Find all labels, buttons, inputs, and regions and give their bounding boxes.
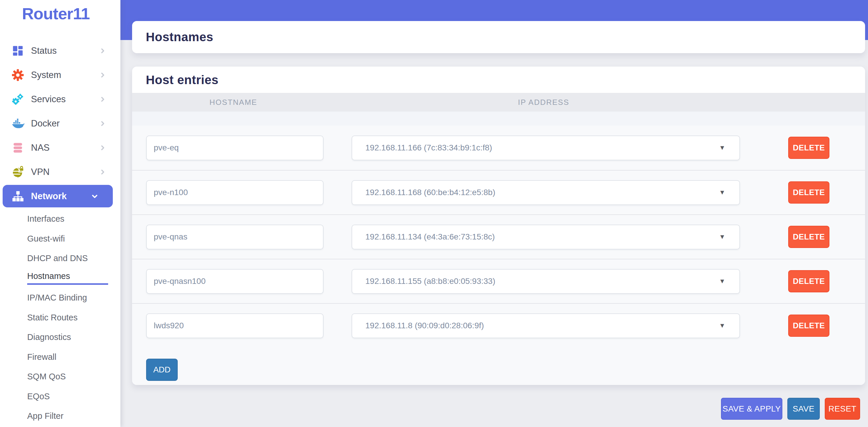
hostname-input[interactable]	[146, 180, 323, 205]
table-row: 192.168.11.168 (60:be:b4:12:e5:8b) ▼ DEL…	[132, 170, 865, 215]
sidebar-item-label: Network	[31, 191, 67, 201]
main-content: Hostnames Host entries HOSTNAME IP ADDRE…	[120, 0, 868, 427]
delete-button[interactable]: DELETE	[788, 315, 830, 337]
chevron-right-icon	[99, 120, 106, 127]
column-header-hostname: HOSTNAME	[132, 98, 335, 107]
sub-item-label: Static Routes	[27, 313, 78, 323]
sidebar-item-eqos[interactable]: EQoS	[0, 387, 120, 406]
save-button[interactable]: SAVE	[787, 398, 820, 420]
sidebar-item-app-filter[interactable]: App Filter	[0, 406, 120, 426]
gears-icon	[11, 93, 25, 106]
ip-select-value: 192.168.11.168 (60:be:b4:12:e5:8b)	[352, 188, 495, 197]
chevron-right-icon	[99, 47, 106, 54]
page-title: Hostnames	[132, 30, 213, 44]
ip-address-select[interactable]: 192.168.11.134 (e4:3a:6e:73:15:8c) ▼	[351, 225, 740, 250]
globe-lock-icon	[11, 165, 25, 179]
sidebar-item-system[interactable]: System	[0, 63, 120, 87]
sidebar-item-label: NAS	[31, 142, 50, 153]
sidebar-item-status[interactable]: Status	[0, 38, 120, 63]
chevron-right-icon	[99, 169, 106, 175]
delete-button[interactable]: DELETE	[788, 270, 830, 292]
database-icon	[11, 141, 25, 155]
delete-button[interactable]: DELETE	[788, 137, 830, 159]
dashboard-icon	[11, 44, 25, 58]
dropdown-arrow-icon: ▼	[719, 189, 725, 196]
sidebar-item-static-routes[interactable]: Static Routes	[0, 308, 120, 328]
sub-item-label: Hostnames	[27, 271, 108, 285]
ip-address-select[interactable]: 192.168.11.166 (7c:83:34:b9:1c:f8) ▼	[351, 135, 740, 160]
sidebar-item-network[interactable]: Network	[3, 185, 113, 207]
table-row: 192.168.11.155 (a8:b8:e0:05:93:33) ▼ DEL…	[132, 259, 865, 303]
add-button[interactable]: ADD	[146, 359, 178, 381]
host-entries-card: Host entries HOSTNAME IP ADDRESS 192.168…	[132, 67, 865, 385]
delete-button[interactable]: DELETE	[788, 226, 830, 248]
dropdown-arrow-icon: ▼	[719, 144, 725, 152]
sidebar-item-label: System	[31, 70, 61, 80]
ip-address-select[interactable]: 192.168.11.8 (90:09:d0:28:06:9f) ▼	[351, 314, 740, 338]
footer-actions: SAVE & APPLY SAVE RESET	[721, 398, 860, 420]
sub-item-label: DHCP and DNS	[27, 254, 88, 263]
sidebar-item-dhcp-and-dns[interactable]: DHCP and DNS	[0, 249, 120, 268]
sidebar-item-nas[interactable]: NAS	[0, 135, 120, 160]
page-header-card: Hostnames	[132, 21, 865, 53]
save-and-apply-button[interactable]: SAVE & APPLY	[721, 398, 782, 420]
sub-item-label: EQoS	[27, 392, 50, 401]
sidebar-item-label: Services	[31, 94, 66, 104]
table-body: 192.168.11.166 (7c:83:34:b9:1c:f8) ▼ DEL…	[132, 126, 865, 385]
table-row: 192.168.11.8 (90:09:d0:28:06:9f) ▼ DELET…	[132, 303, 865, 348]
hostname-input[interactable]	[146, 135, 323, 160]
table-row: 192.168.11.134 (e4:3a:6e:73:15:8c) ▼ DEL…	[132, 215, 865, 259]
app-logo: Router11	[0, 0, 120, 35]
hostname-input[interactable]	[146, 314, 323, 338]
section-title: Host entries	[132, 67, 865, 93]
table-row: 192.168.11.166 (7c:83:34:b9:1c:f8) ▼ DEL…	[132, 126, 865, 170]
sub-item-label: Guest-wifi	[27, 234, 65, 243]
delete-button[interactable]: DELETE	[788, 182, 830, 204]
sub-item-label: Diagnostics	[27, 332, 71, 342]
main-nav: Status	[0, 38, 120, 208]
chevron-right-icon	[99, 72, 106, 78]
ip-select-value: 192.168.11.166 (7c:83:34:b9:1c:f8)	[352, 143, 492, 153]
ip-select-value: 192.168.11.134 (e4:3a:6e:73:15:8c)	[352, 232, 495, 241]
gear-icon	[11, 68, 25, 82]
add-row: ADD	[132, 348, 865, 385]
ip-select-value: 192.168.11.8 (90:09:d0:28:06:9f)	[352, 321, 484, 330]
table-spacer-row	[132, 111, 865, 126]
docker-whale-icon	[11, 117, 25, 130]
sidebar-item-guest-wifi[interactable]: Guest-wifi	[0, 229, 120, 249]
sub-item-label: App Filter	[27, 411, 63, 421]
column-header-ip-address: IP ADDRESS	[335, 98, 752, 107]
chevron-right-icon	[99, 144, 106, 151]
sidebar-item-label: VPN	[31, 167, 50, 177]
dropdown-arrow-icon: ▼	[719, 233, 725, 241]
sidebar-item-diagnostics[interactable]: Diagnostics	[0, 327, 120, 347]
hostname-input[interactable]	[146, 225, 323, 250]
sidebar: Router11 Status	[0, 0, 120, 427]
network-submenu: Interfaces Guest-wifi DHCP and DNS Hostn…	[0, 209, 120, 426]
sub-item-label: Interfaces	[27, 214, 64, 224]
ip-address-select[interactable]: 192.168.11.168 (60:be:b4:12:e5:8b) ▼	[351, 180, 740, 205]
sidebar-item-label: Status	[31, 45, 57, 56]
hostname-input[interactable]	[146, 269, 323, 294]
sidebar-item-interfaces[interactable]: Interfaces	[0, 209, 120, 229]
dropdown-arrow-icon: ▼	[719, 322, 725, 329]
sidebar-item-label: Docker	[31, 118, 60, 129]
table-header-row: HOSTNAME IP ADDRESS	[132, 93, 865, 111]
sidebar-item-services[interactable]: Services	[0, 87, 120, 111]
chevron-right-icon	[99, 96, 106, 102]
sub-item-label: SQM QoS	[27, 372, 66, 382]
sub-item-label: Firewall	[27, 352, 56, 362]
sidebar-item-docker[interactable]: Docker	[0, 111, 120, 135]
reset-button[interactable]: RESET	[825, 398, 860, 420]
ip-address-select[interactable]: 192.168.11.155 (a8:b8:e0:05:93:33) ▼	[351, 269, 740, 294]
sitemap-icon	[11, 190, 25, 203]
sidebar-item-vpn[interactable]: VPN	[0, 160, 120, 184]
sidebar-item-hostnames[interactable]: Hostnames	[0, 268, 120, 288]
chevron-down-icon	[91, 193, 98, 200]
sidebar-item-ip-mac-binding[interactable]: IP/MAC Binding	[0, 288, 120, 308]
sidebar-item-firewall[interactable]: Firewall	[0, 347, 120, 367]
dropdown-arrow-icon: ▼	[719, 277, 725, 285]
sidebar-item-sqm-qos[interactable]: SQM QoS	[0, 367, 120, 387]
sub-item-label: IP/MAC Binding	[27, 293, 87, 303]
ip-select-value: 192.168.11.155 (a8:b8:e0:05:93:33)	[352, 276, 495, 286]
